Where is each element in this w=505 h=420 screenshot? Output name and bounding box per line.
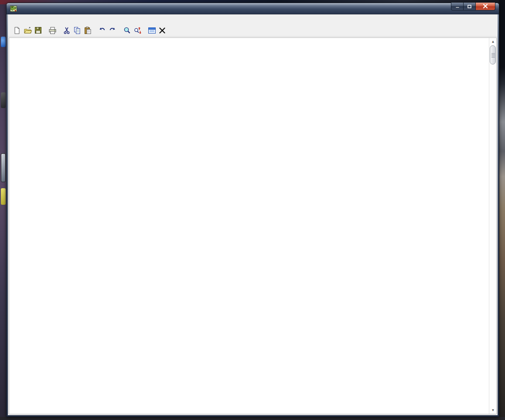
scroll-down-button[interactable]: ▼ [490, 407, 496, 413]
paste-button[interactable] [82, 25, 93, 36]
copy-button[interactable] [72, 25, 82, 36]
delete-x-icon [159, 27, 166, 34]
desktop-app-icon[interactable] [1, 37, 6, 47]
client-area: ▲ ▼ [8, 14, 498, 415]
epsilon-app-icon [10, 5, 17, 12]
undo-button[interactable] [97, 25, 107, 36]
restore-button[interactable] [464, 3, 475, 10]
desktop-app-icon[interactable] [1, 153, 6, 182]
save-button[interactable] [33, 25, 43, 36]
desktop-right-strip [499, 0, 505, 420]
buffer-window-icon [148, 27, 156, 34]
new-document-icon [13, 27, 21, 34]
desktop-app-icon[interactable] [1, 92, 6, 108]
find-button[interactable] [122, 25, 132, 36]
find-next-button[interactable] [132, 25, 143, 36]
delete-button[interactable] [157, 25, 167, 36]
cut-button[interactable] [61, 25, 72, 36]
close-button[interactable] [475, 3, 495, 10]
new-file-button[interactable] [12, 25, 22, 36]
desktop-left-strip [0, 0, 7, 420]
paste-clipboard-icon [84, 27, 92, 34]
open-file-button[interactable] [22, 25, 33, 36]
editor-area[interactable]: ▲ ▼ [9, 37, 497, 414]
search-replace-icon [133, 27, 141, 34]
copy-icon [73, 27, 81, 34]
print-button[interactable] [47, 25, 58, 36]
cut-scissors-icon [63, 27, 70, 34]
redo-button[interactable] [107, 25, 118, 36]
scrollbar-thumb[interactable] [490, 45, 496, 64]
epsilon-window: ▲ ▼ [6, 3, 499, 417]
title-bar[interactable] [7, 3, 499, 14]
scroll-up-button[interactable]: ▲ [490, 38, 496, 45]
minimize-button[interactable] [451, 3, 464, 10]
buffer-list-button[interactable] [147, 25, 157, 36]
menu-bar [8, 15, 497, 24]
vertical-scrollbar[interactable]: ▲ ▼ [489, 38, 496, 414]
desktop-app-icon[interactable] [1, 188, 6, 205]
search-icon [123, 27, 131, 34]
desktop-bottom-strip [0, 417, 505, 420]
print-icon [48, 27, 57, 34]
toolbar [8, 24, 497, 37]
open-folder-icon [24, 27, 32, 34]
save-floppy-icon [34, 27, 42, 34]
undo-arrow-icon [98, 27, 106, 34]
redo-arrow-icon [109, 27, 116, 34]
